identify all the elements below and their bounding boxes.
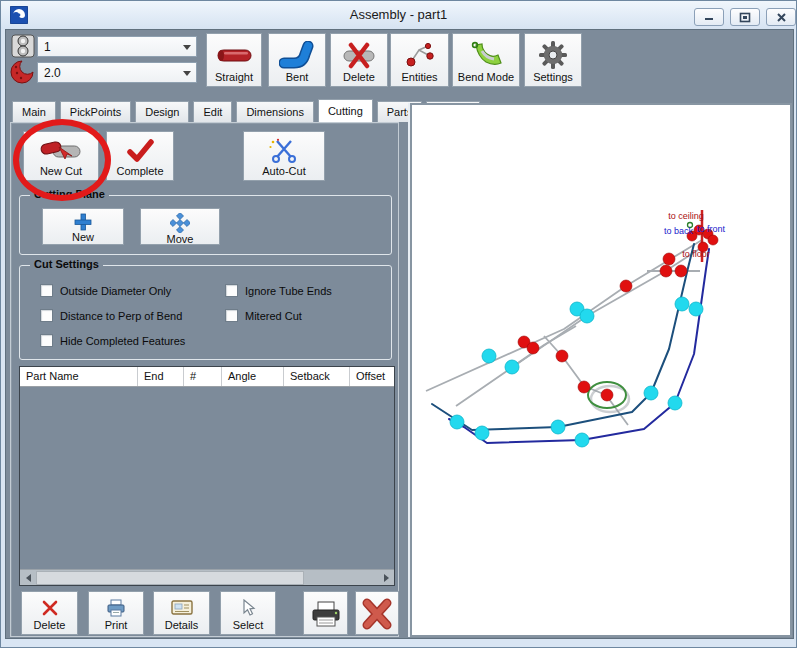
tab-dimensions[interactable]: Dimensions — [236, 101, 313, 122]
delete-tube-button[interactable]: Delete — [330, 33, 388, 87]
checkbox-outside-diameter-only-label: Outside Diameter Only — [60, 285, 171, 297]
app-window: Assembly - part1 1 2.0 — [0, 0, 797, 648]
cutting-plane-move-button[interactable]: Move — [140, 208, 220, 245]
bend-mode-button-label: Bend Mode — [458, 71, 514, 83]
footer-select-button[interactable]: Select — [220, 591, 276, 635]
label-to-front: to front — [697, 224, 726, 234]
settings-gear-icon — [538, 38, 568, 71]
delete-tube-icon — [340, 38, 378, 71]
scroll-right-arrow-icon[interactable] — [378, 570, 394, 586]
delete-tube-button-label: Delete — [343, 71, 375, 83]
minimize-button[interactable] — [694, 8, 724, 26]
auto-cut-scissors-icon — [267, 136, 301, 165]
scroll-left-arrow-icon[interactable] — [20, 570, 36, 586]
settings-button[interactable]: Settings — [524, 33, 582, 87]
column-header-number[interactable]: # — [184, 367, 222, 386]
titlebar: Assembly - part1 — [1, 1, 796, 29]
big-red-x-icon — [360, 596, 394, 631]
footer-delete-button[interactable]: Delete — [21, 591, 78, 635]
cutting-plane-new-button[interactable]: New — [42, 208, 124, 245]
tab-main[interactable]: Main — [12, 101, 56, 122]
red-annotation-ellipse — [13, 119, 111, 201]
die-dropdown[interactable]: 1 — [37, 36, 197, 57]
column-header-end[interactable]: End — [138, 367, 184, 386]
print-list-button[interactable] — [303, 591, 348, 635]
settings-button-label: Settings — [533, 71, 573, 83]
cutting-plane-group: Cutting Plane New — [19, 195, 392, 255]
cut-list-header-row: Part Name End # Angle Setback Offset — [20, 367, 394, 387]
footer-details-label: Details — [165, 619, 199, 631]
window-title: Assembly - part1 — [1, 7, 796, 22]
complete-button-label: Complete — [116, 165, 163, 177]
checkbox-hide-completed-features[interactable] — [40, 334, 53, 347]
close-icon — [776, 12, 787, 23]
delete-x-icon — [40, 596, 60, 619]
tab-design[interactable]: Design — [135, 101, 189, 122]
tab-main-label: Main — [22, 106, 46, 118]
printer-icon — [310, 596, 342, 631]
cut-list-table: Part Name End # Angle Setback Offset — [19, 366, 395, 586]
radius-dropdown[interactable]: 2.0 — [37, 62, 197, 83]
tab-edit[interactable]: Edit — [193, 101, 232, 122]
scrollbar-thumb[interactable] — [36, 571, 304, 585]
straight-button-label: Straight — [215, 71, 253, 83]
checkbox-hide-completed-features-label: Hide Completed Features — [60, 335, 185, 347]
viewport[interactable]: to ceiling to back to front to floor — [410, 103, 792, 637]
auto-cut-button[interactable]: Auto-Cut — [243, 131, 325, 181]
tab-design-label: Design — [145, 106, 179, 118]
footer-print-label: Print — [105, 619, 128, 631]
restore-button[interactable] — [730, 8, 760, 26]
checkbox-distance-to-perp-of-bend[interactable] — [40, 309, 53, 322]
bent-button-label: Bent — [286, 71, 309, 83]
bend-mode-icon — [468, 38, 504, 71]
checkbox-outside-diameter-only[interactable] — [40, 284, 53, 297]
entities-button[interactable]: Entities — [390, 33, 449, 87]
checkbox-mitered-cut-label: Mitered Cut — [245, 310, 302, 322]
bend-mode-button[interactable]: Bend Mode — [452, 33, 520, 87]
checkbox-ignore-tube-ends-label: Ignore Tube Ends — [245, 285, 332, 297]
details-card-icon — [171, 596, 193, 619]
die-dropdown-value: 1 — [44, 40, 51, 54]
bent-tube-icon — [279, 38, 315, 71]
complete-button[interactable]: Complete — [106, 131, 174, 181]
column-header-angle[interactable]: Angle — [222, 367, 284, 386]
plus-icon — [74, 213, 92, 231]
bent-button[interactable]: Bent — [268, 33, 326, 87]
cancel-button[interactable] — [355, 591, 399, 635]
chevron-down-icon — [183, 71, 191, 76]
footer-delete-label: Delete — [34, 619, 66, 631]
cutting-panel: New Cut Complete Auto-Cut — [10, 122, 399, 637]
radius-die-icon — [9, 59, 35, 85]
print-icon — [105, 596, 127, 619]
cut-list-body-empty — [20, 387, 394, 567]
checkbox-mitered-cut[interactable] — [225, 309, 238, 322]
chevron-down-icon — [183, 45, 191, 50]
cut-settings-group: Cut Settings Outside Diameter Only Ignor… — [19, 265, 392, 360]
column-header-setback[interactable]: Setback — [284, 367, 350, 386]
column-header-offset[interactable]: Offset — [350, 367, 394, 386]
straight-button[interactable]: Straight — [206, 33, 262, 87]
footer-details-button[interactable]: Details — [153, 591, 210, 635]
restore-icon — [739, 12, 751, 23]
auto-cut-button-label: Auto-Cut — [262, 165, 305, 177]
client-area: 1 2.0 Straight Bent Delete — [5, 29, 794, 639]
checkmark-icon — [125, 136, 155, 165]
minimize-icon — [703, 12, 715, 22]
horizontal-scrollbar[interactable] — [20, 569, 394, 585]
label-to-ceiling: to ceiling — [668, 211, 704, 221]
select-cursor-icon — [240, 596, 256, 619]
column-header-part-name[interactable]: Part Name — [20, 367, 138, 386]
tab-dimensions-label: Dimensions — [246, 106, 303, 118]
straight-tube-icon — [214, 38, 254, 71]
entities-icon — [403, 38, 437, 71]
checkbox-ignore-tube-ends[interactable] — [225, 284, 238, 297]
tab-cutting[interactable]: Cutting — [318, 99, 373, 122]
cutting-plane-move-label: Move — [167, 233, 194, 245]
tab-pickpoints-label: PickPoints — [70, 106, 121, 118]
cutting-plane-new-label: New — [72, 231, 94, 243]
tube-die-icon — [11, 34, 35, 58]
footer-print-button[interactable]: Print — [88, 591, 144, 635]
close-button[interactable] — [766, 8, 796, 26]
tab-parts-label: Parts — [387, 106, 413, 118]
move-icon — [170, 213, 190, 233]
